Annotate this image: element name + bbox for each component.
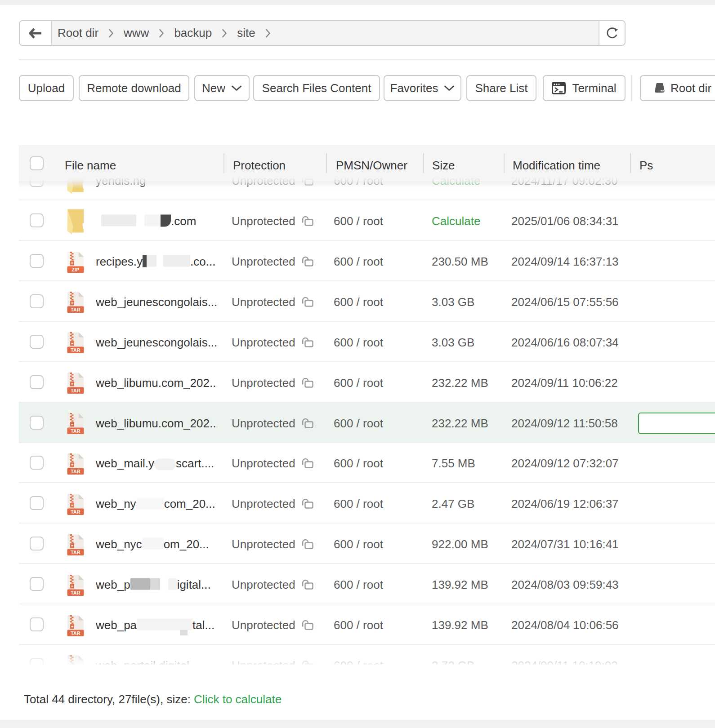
svg-text:TAR: TAR — [71, 590, 80, 595]
svg-text:TAR: TAR — [71, 347, 80, 353]
svg-text:TAR: TAR — [71, 630, 80, 636]
svg-text:TAR: TAR — [71, 307, 80, 312]
svg-text:TAR: TAR — [71, 550, 80, 555]
svg-text:TAR: TAR — [71, 388, 80, 393]
svg-text:TAR: TAR — [71, 469, 80, 474]
svg-text:ZIP: ZIP — [72, 267, 79, 272]
svg-text:TAR: TAR — [71, 428, 80, 434]
svg-text:TAR: TAR — [71, 509, 80, 515]
